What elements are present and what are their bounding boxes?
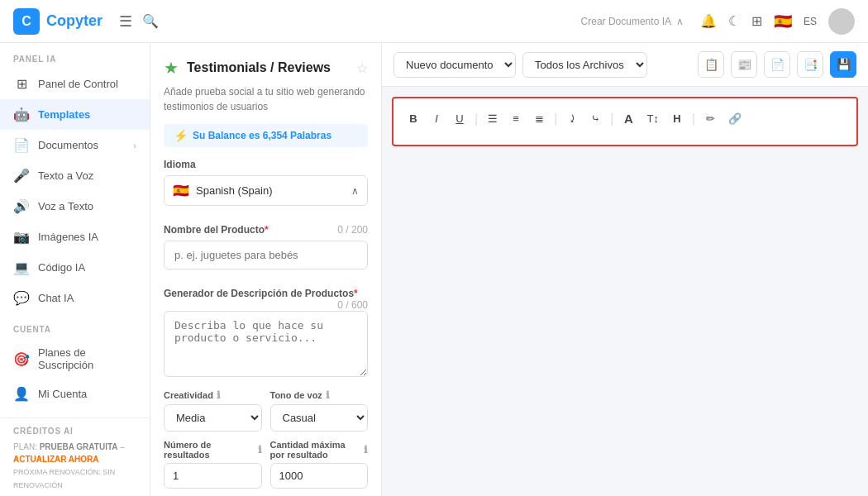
generador-textarea[interactable] bbox=[164, 311, 368, 377]
tono-label-text: Tono de voz bbox=[270, 390, 322, 400]
creatividad-group: Creatividad ℹ Baja Media Alta bbox=[164, 389, 262, 432]
nombre-input[interactable] bbox=[164, 241, 368, 269]
creatividad-select[interactable]: Baja Media Alta bbox=[164, 404, 262, 432]
sidebar-item-imagenes-ia[interactable]: 📷 Imágenes IA bbox=[0, 222, 150, 252]
toolbar-icon-3[interactable]: 📄 bbox=[764, 51, 790, 78]
divider-4: | bbox=[692, 112, 695, 126]
toolbar-icon-4[interactable]: 📑 bbox=[797, 51, 823, 78]
sidebar-item-panel-control[interactable]: ⊞ Panel de Control bbox=[0, 69, 150, 99]
upgrade-link[interactable]: ACTUALIZAR AHORA bbox=[13, 455, 99, 464]
main-content: ★ Testimonials / Reviews ☆ Añade prueba … bbox=[150, 43, 868, 496]
lang-label: ES bbox=[804, 16, 817, 27]
cantidad-group: Cantidad máxima por resultado ℹ bbox=[270, 440, 369, 489]
creditos-label: CRÉDITOS AI bbox=[13, 427, 136, 441]
text-height-button[interactable]: T↕ bbox=[643, 111, 661, 126]
expand-icon[interactable]: ⊞ bbox=[751, 13, 762, 29]
sidebar-item-label: Templates bbox=[38, 108, 90, 121]
panel-ia-label: PANEL IA bbox=[0, 43, 150, 69]
sidebar-item-documentos[interactable]: 📄 Documentos › bbox=[0, 130, 150, 160]
plan-label: PLAN: bbox=[13, 442, 37, 451]
balance-badge: ⚡ Su Balance es 6,354 Palabras bbox=[164, 124, 368, 147]
creatividad-label: Creatividad ℹ bbox=[164, 389, 262, 401]
header: C Copyter ☰ 🔍 Crear Documento IA ∧ 🔔 ☾ ⊞… bbox=[0, 0, 868, 43]
plan-name: PRUEBA GRATUITA bbox=[40, 442, 118, 451]
sidebar-item-templates[interactable]: 🤖 Templates bbox=[0, 99, 150, 130]
editor-box[interactable]: B I U | ☰ ≡ ≣ | ⤸ ⤷ | A T↕ bbox=[392, 97, 858, 146]
templates-icon: 🤖 bbox=[13, 107, 30, 122]
create-document-chevron: ∧ bbox=[676, 16, 684, 27]
heading-button[interactable]: H bbox=[669, 111, 685, 126]
creatividad-info-icon[interactable]: ℹ bbox=[217, 389, 221, 401]
create-document-button[interactable]: Crear Documento IA ∧ bbox=[581, 16, 684, 27]
menu-icon[interactable]: ☰ bbox=[119, 12, 132, 31]
align-center-button[interactable]: ≡ bbox=[508, 111, 524, 126]
toolbar-icon-1[interactable]: 📋 bbox=[698, 51, 724, 78]
sidebar-bottom: CRÉDITOS AI PLAN: PRUEBA GRATUITA – ACTU… bbox=[0, 417, 150, 496]
header-icons: 🔔 ☾ ⊞ 🇪🇸 ES bbox=[700, 8, 855, 35]
ordered-list-button[interactable]: ⤸ bbox=[564, 111, 580, 126]
cantidad-input[interactable] bbox=[270, 463, 369, 489]
nombre-field-label: Nombre del Producto* 0 / 200 bbox=[150, 224, 381, 241]
search-icon[interactable]: 🔍 bbox=[142, 13, 159, 29]
sidebar-item-label: Texto a Voz bbox=[38, 169, 93, 182]
underline-button[interactable]: U bbox=[451, 111, 468, 126]
creatividad-label-text: Creatividad bbox=[164, 390, 213, 400]
link-button[interactable]: 🔗 bbox=[725, 111, 745, 126]
generador-field-label: Generador de Descripción de Productos* 0… bbox=[150, 288, 381, 304]
todos-archivos-select[interactable]: Todos los Archivos bbox=[522, 52, 647, 78]
panel-title: Testimonials / Reviews bbox=[187, 60, 331, 75]
sidebar-item-codigo-ia[interactable]: 💻 Código IA bbox=[0, 252, 150, 283]
sidebar-item-planes[interactable]: 🎯 Planes de Suscripción bbox=[0, 339, 150, 379]
app-container: C Copyter ☰ 🔍 Crear Documento IA ∧ 🔔 ☾ ⊞… bbox=[0, 0, 868, 496]
controls-row: Creatividad ℹ Baja Media Alta Tono de vo… bbox=[150, 389, 381, 440]
bold-button[interactable]: B bbox=[405, 111, 422, 126]
toolbar-icon-2[interactable]: 📰 bbox=[731, 51, 757, 78]
mi-cuenta-icon: 👤 bbox=[13, 386, 30, 402]
sidebar: PANEL IA ⊞ Panel de Control 🤖 Templates … bbox=[0, 43, 150, 496]
create-document-label: Crear Documento IA bbox=[581, 16, 671, 27]
sidebar-item-label: Planes de Suscripción bbox=[38, 346, 136, 371]
sidebar-item-texto-a-voz[interactable]: 🎤 Texto a Voz bbox=[0, 160, 150, 191]
sidebar-item-chat-ia[interactable]: 💬 Chat IA bbox=[0, 283, 150, 313]
align-right-button[interactable]: ≣ bbox=[531, 111, 547, 126]
sidebar-item-label: Chat IA bbox=[38, 292, 74, 304]
unordered-list-button[interactable]: ⤷ bbox=[587, 111, 603, 126]
planes-icon: 🎯 bbox=[13, 351, 30, 367]
sidebar-item-label: Documentos bbox=[38, 139, 98, 151]
right-panel: Nuevo documento Todos los Archivos 📋 📰 📄… bbox=[382, 43, 868, 496]
editor-area: B I U | ☰ ≡ ≣ | ⤸ ⤷ | A T↕ bbox=[382, 87, 868, 496]
logo-box: C bbox=[13, 8, 40, 35]
sidebar-item-label: Imágenes IA bbox=[38, 231, 98, 243]
language-dropdown[interactable]: 🇪🇸 Spanish (Spain) ∧ bbox=[164, 175, 368, 206]
sidebar-item-voz-a-texto[interactable]: 🔊 Voz a Texto bbox=[0, 191, 150, 222]
idioma-section: Idioma 🇪🇸 Spanish (Spain) ∧ bbox=[150, 159, 381, 216]
align-left-button[interactable]: ☰ bbox=[484, 111, 501, 126]
divider-1: | bbox=[475, 112, 478, 126]
generador-label-text: Generador de Descripción de Productos bbox=[164, 288, 354, 299]
moon-icon[interactable]: ☾ bbox=[728, 13, 740, 29]
nombre-count: 0 / 200 bbox=[337, 224, 368, 236]
star-icon: ★ bbox=[164, 58, 179, 78]
idioma-label: Idioma bbox=[164, 159, 368, 170]
num-resultados-info-icon[interactable]: ℹ bbox=[258, 444, 262, 455]
divider-3: | bbox=[610, 112, 613, 126]
generador-required: * bbox=[354, 288, 358, 299]
texto-voz-icon: 🎤 bbox=[13, 168, 30, 184]
tono-label: Tono de voz ℹ bbox=[270, 389, 369, 401]
num-resultados-input[interactable] bbox=[164, 463, 262, 489]
bell-icon[interactable]: 🔔 bbox=[700, 13, 717, 29]
avatar[interactable] bbox=[828, 8, 855, 35]
italic-button[interactable]: I bbox=[428, 111, 445, 126]
cantidad-info-icon[interactable]: ℹ bbox=[364, 444, 368, 455]
nuevo-documento-select[interactable]: Nuevo documento bbox=[393, 52, 516, 78]
flag-icon: 🇪🇸 bbox=[774, 12, 792, 31]
favorite-icon[interactable]: ☆ bbox=[356, 60, 368, 76]
cantidad-label-text: Cantidad máxima por resultado bbox=[270, 440, 361, 460]
sidebar-item-mi-cuenta[interactable]: 👤 Mi Cuenta bbox=[0, 379, 150, 409]
font-size-button[interactable]: A bbox=[620, 110, 637, 127]
toolbar-icon-5-active[interactable]: 💾 bbox=[830, 51, 856, 78]
pencil-button[interactable]: ✏ bbox=[702, 111, 718, 126]
imagenes-icon: 📷 bbox=[13, 229, 30, 245]
tono-info-icon[interactable]: ℹ bbox=[326, 389, 330, 401]
tono-select[interactable]: Formal Casual Amigable bbox=[270, 404, 369, 432]
